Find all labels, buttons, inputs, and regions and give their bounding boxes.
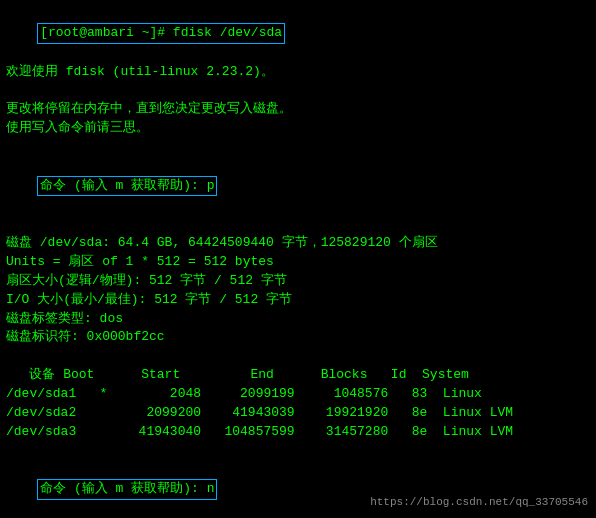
line-blank-2: [6, 138, 590, 157]
line-blank-5: [6, 441, 590, 460]
table-row-1: /dev/sda1 * 2048 2099199 1048576 83 Linu…: [6, 385, 590, 404]
line-disk-1: 磁盘 /dev/sda: 64.4 GB, 64424509440 字节，125…: [6, 234, 590, 253]
line-5: 使用写入命令前请三思。: [6, 119, 590, 138]
line-disk-4: I/O 大小(最小/最佳): 512 字节 / 512 字节: [6, 291, 590, 310]
line-7: 命令 (输入 m 获取帮助): p: [6, 157, 590, 216]
table-header: 设备 Boot Start End Blocks Id System: [6, 366, 590, 385]
line-blank-4: [6, 347, 590, 366]
line-blank-1: [6, 81, 590, 100]
cmd-highlight-1: [root@ambari ~]# fdisk /dev/sda: [37, 23, 285, 44]
line-cmd-n: 命令 (输入 m 获取帮助): n: [6, 460, 590, 518]
table-row-2: /dev/sda2 2099200 41943039 19921920 8e L…: [6, 404, 590, 423]
line-1: [root@ambari ~]# fdisk /dev/sda: [6, 4, 590, 63]
line-2: 欢迎使用 fdisk (util-linux 2.23.2)。: [6, 63, 590, 82]
line-disk-5: 磁盘标签类型: dos: [6, 310, 590, 329]
terminal-window: [root@ambari ~]# fdisk /dev/sda 欢迎使用 fdi…: [0, 0, 596, 518]
cmd-highlight-2: 命令 (输入 m 获取帮助): p: [37, 176, 217, 197]
line-disk-3: 扇区大小(逻辑/物理): 512 字节 / 512 字节: [6, 272, 590, 291]
line-blank-3: [6, 215, 590, 234]
line-disk-6: 磁盘标识符: 0x000bf2cc: [6, 328, 590, 347]
table-row-3: /dev/sda3 41943040 104857599 31457280 8e…: [6, 423, 590, 442]
line-disk-2: Units = 扇区 of 1 * 512 = 512 bytes: [6, 253, 590, 272]
watermark: https://blog.csdn.net/qq_33705546: [370, 496, 588, 508]
cmd-highlight-3: 命令 (输入 m 获取帮助): n: [37, 479, 217, 500]
line-4: 更改将停留在内存中，直到您决定更改写入磁盘。: [6, 100, 590, 119]
